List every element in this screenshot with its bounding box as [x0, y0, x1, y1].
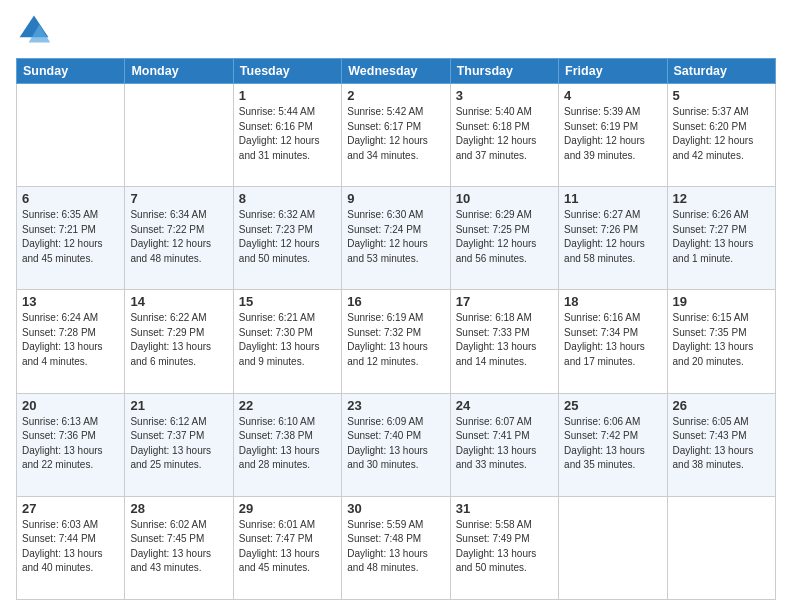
calendar-week-row: 27Sunrise: 6:03 AM Sunset: 7:44 PM Dayli…: [17, 496, 776, 599]
day-info: Sunrise: 6:29 AM Sunset: 7:25 PM Dayligh…: [456, 208, 553, 266]
day-info: Sunrise: 5:59 AM Sunset: 7:48 PM Dayligh…: [347, 518, 444, 576]
calendar-cell: 1Sunrise: 5:44 AM Sunset: 6:16 PM Daylig…: [233, 84, 341, 187]
day-number: 13: [22, 294, 119, 309]
calendar-cell: 19Sunrise: 6:15 AM Sunset: 7:35 PM Dayli…: [667, 290, 775, 393]
day-info: Sunrise: 6:18 AM Sunset: 7:33 PM Dayligh…: [456, 311, 553, 369]
calendar-cell: 29Sunrise: 6:01 AM Sunset: 7:47 PM Dayli…: [233, 496, 341, 599]
day-info: Sunrise: 6:09 AM Sunset: 7:40 PM Dayligh…: [347, 415, 444, 473]
day-number: 10: [456, 191, 553, 206]
calendar-cell: [559, 496, 667, 599]
day-number: 7: [130, 191, 227, 206]
calendar-cell: 11Sunrise: 6:27 AM Sunset: 7:26 PM Dayli…: [559, 187, 667, 290]
calendar-cell: 2Sunrise: 5:42 AM Sunset: 6:17 PM Daylig…: [342, 84, 450, 187]
day-info: Sunrise: 5:37 AM Sunset: 6:20 PM Dayligh…: [673, 105, 770, 163]
day-number: 19: [673, 294, 770, 309]
calendar-cell: 25Sunrise: 6:06 AM Sunset: 7:42 PM Dayli…: [559, 393, 667, 496]
calendar-cell: 27Sunrise: 6:03 AM Sunset: 7:44 PM Dayli…: [17, 496, 125, 599]
day-info: Sunrise: 6:27 AM Sunset: 7:26 PM Dayligh…: [564, 208, 661, 266]
col-header-thursday: Thursday: [450, 59, 558, 84]
day-info: Sunrise: 6:26 AM Sunset: 7:27 PM Dayligh…: [673, 208, 770, 266]
day-info: Sunrise: 6:06 AM Sunset: 7:42 PM Dayligh…: [564, 415, 661, 473]
day-info: Sunrise: 5:42 AM Sunset: 6:17 PM Dayligh…: [347, 105, 444, 163]
logo-icon: [16, 12, 52, 48]
calendar-cell: [17, 84, 125, 187]
col-header-wednesday: Wednesday: [342, 59, 450, 84]
calendar-header-row: SundayMondayTuesdayWednesdayThursdayFrid…: [17, 59, 776, 84]
calendar-cell: [125, 84, 233, 187]
day-info: Sunrise: 6:24 AM Sunset: 7:28 PM Dayligh…: [22, 311, 119, 369]
day-number: 11: [564, 191, 661, 206]
col-header-monday: Monday: [125, 59, 233, 84]
day-info: Sunrise: 6:01 AM Sunset: 7:47 PM Dayligh…: [239, 518, 336, 576]
calendar-cell: 5Sunrise: 5:37 AM Sunset: 6:20 PM Daylig…: [667, 84, 775, 187]
day-info: Sunrise: 6:34 AM Sunset: 7:22 PM Dayligh…: [130, 208, 227, 266]
calendar-cell: 14Sunrise: 6:22 AM Sunset: 7:29 PM Dayli…: [125, 290, 233, 393]
day-info: Sunrise: 6:07 AM Sunset: 7:41 PM Dayligh…: [456, 415, 553, 473]
calendar-cell: 10Sunrise: 6:29 AM Sunset: 7:25 PM Dayli…: [450, 187, 558, 290]
day-number: 14: [130, 294, 227, 309]
calendar-cell: 13Sunrise: 6:24 AM Sunset: 7:28 PM Dayli…: [17, 290, 125, 393]
calendar-cell: 16Sunrise: 6:19 AM Sunset: 7:32 PM Dayli…: [342, 290, 450, 393]
day-number: 3: [456, 88, 553, 103]
calendar-cell: 23Sunrise: 6:09 AM Sunset: 7:40 PM Dayli…: [342, 393, 450, 496]
calendar-cell: 22Sunrise: 6:10 AM Sunset: 7:38 PM Dayli…: [233, 393, 341, 496]
day-info: Sunrise: 6:19 AM Sunset: 7:32 PM Dayligh…: [347, 311, 444, 369]
calendar-cell: 3Sunrise: 5:40 AM Sunset: 6:18 PM Daylig…: [450, 84, 558, 187]
day-number: 27: [22, 501, 119, 516]
day-info: Sunrise: 6:05 AM Sunset: 7:43 PM Dayligh…: [673, 415, 770, 473]
page: SundayMondayTuesdayWednesdayThursdayFrid…: [0, 0, 792, 612]
calendar-cell: [667, 496, 775, 599]
day-number: 28: [130, 501, 227, 516]
calendar-week-row: 6Sunrise: 6:35 AM Sunset: 7:21 PM Daylig…: [17, 187, 776, 290]
col-header-sunday: Sunday: [17, 59, 125, 84]
day-info: Sunrise: 6:22 AM Sunset: 7:29 PM Dayligh…: [130, 311, 227, 369]
day-info: Sunrise: 6:15 AM Sunset: 7:35 PM Dayligh…: [673, 311, 770, 369]
calendar-cell: 7Sunrise: 6:34 AM Sunset: 7:22 PM Daylig…: [125, 187, 233, 290]
day-number: 22: [239, 398, 336, 413]
calendar-cell: 20Sunrise: 6:13 AM Sunset: 7:36 PM Dayli…: [17, 393, 125, 496]
calendar-cell: 26Sunrise: 6:05 AM Sunset: 7:43 PM Dayli…: [667, 393, 775, 496]
day-number: 26: [673, 398, 770, 413]
day-number: 21: [130, 398, 227, 413]
day-info: Sunrise: 6:30 AM Sunset: 7:24 PM Dayligh…: [347, 208, 444, 266]
day-number: 9: [347, 191, 444, 206]
day-info: Sunrise: 5:44 AM Sunset: 6:16 PM Dayligh…: [239, 105, 336, 163]
day-number: 29: [239, 501, 336, 516]
day-info: Sunrise: 5:40 AM Sunset: 6:18 PM Dayligh…: [456, 105, 553, 163]
day-info: Sunrise: 6:03 AM Sunset: 7:44 PM Dayligh…: [22, 518, 119, 576]
header: [16, 12, 776, 48]
day-info: Sunrise: 6:12 AM Sunset: 7:37 PM Dayligh…: [130, 415, 227, 473]
calendar-cell: 17Sunrise: 6:18 AM Sunset: 7:33 PM Dayli…: [450, 290, 558, 393]
calendar-cell: 21Sunrise: 6:12 AM Sunset: 7:37 PM Dayli…: [125, 393, 233, 496]
day-info: Sunrise: 6:16 AM Sunset: 7:34 PM Dayligh…: [564, 311, 661, 369]
calendar-week-row: 20Sunrise: 6:13 AM Sunset: 7:36 PM Dayli…: [17, 393, 776, 496]
day-number: 2: [347, 88, 444, 103]
calendar-table: SundayMondayTuesdayWednesdayThursdayFrid…: [16, 58, 776, 600]
calendar-week-row: 13Sunrise: 6:24 AM Sunset: 7:28 PM Dayli…: [17, 290, 776, 393]
day-number: 15: [239, 294, 336, 309]
day-info: Sunrise: 6:10 AM Sunset: 7:38 PM Dayligh…: [239, 415, 336, 473]
logo: [16, 12, 56, 48]
day-number: 1: [239, 88, 336, 103]
day-info: Sunrise: 6:21 AM Sunset: 7:30 PM Dayligh…: [239, 311, 336, 369]
calendar-cell: 15Sunrise: 6:21 AM Sunset: 7:30 PM Dayli…: [233, 290, 341, 393]
col-header-friday: Friday: [559, 59, 667, 84]
day-number: 31: [456, 501, 553, 516]
day-info: Sunrise: 6:13 AM Sunset: 7:36 PM Dayligh…: [22, 415, 119, 473]
calendar-cell: 28Sunrise: 6:02 AM Sunset: 7:45 PM Dayli…: [125, 496, 233, 599]
day-number: 8: [239, 191, 336, 206]
day-number: 5: [673, 88, 770, 103]
calendar-cell: 24Sunrise: 6:07 AM Sunset: 7:41 PM Dayli…: [450, 393, 558, 496]
day-number: 4: [564, 88, 661, 103]
day-number: 30: [347, 501, 444, 516]
calendar-cell: 12Sunrise: 6:26 AM Sunset: 7:27 PM Dayli…: [667, 187, 775, 290]
calendar-cell: 31Sunrise: 5:58 AM Sunset: 7:49 PM Dayli…: [450, 496, 558, 599]
day-number: 18: [564, 294, 661, 309]
day-info: Sunrise: 6:35 AM Sunset: 7:21 PM Dayligh…: [22, 208, 119, 266]
day-info: Sunrise: 6:32 AM Sunset: 7:23 PM Dayligh…: [239, 208, 336, 266]
calendar-cell: 4Sunrise: 5:39 AM Sunset: 6:19 PM Daylig…: [559, 84, 667, 187]
day-info: Sunrise: 5:58 AM Sunset: 7:49 PM Dayligh…: [456, 518, 553, 576]
day-number: 20: [22, 398, 119, 413]
calendar-week-row: 1Sunrise: 5:44 AM Sunset: 6:16 PM Daylig…: [17, 84, 776, 187]
day-info: Sunrise: 5:39 AM Sunset: 6:19 PM Dayligh…: [564, 105, 661, 163]
